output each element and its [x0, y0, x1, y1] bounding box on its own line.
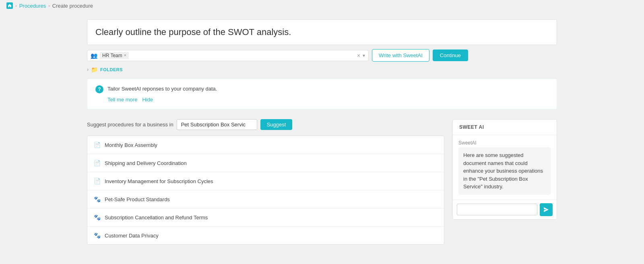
breadcrumb-separator-2: ›: [48, 3, 50, 8]
tag-chip-hr-team: HR Team ×: [100, 52, 129, 59]
suggest-label: Suggest procedures for a business in: [87, 122, 173, 128]
send-button[interactable]: [540, 203, 553, 216]
breadcrumb-separator-1: ›: [15, 3, 17, 8]
paw-icon: 🐾: [94, 232, 101, 239]
doc-icon: 📄: [94, 142, 101, 148]
paw-icon: 🐾: [94, 196, 101, 202]
breadcrumb-procedures-link[interactable]: Procedures: [19, 3, 46, 9]
write-ai-button[interactable]: Write with SweetAI: [372, 49, 429, 62]
doc-icon: 📄: [94, 178, 101, 184]
home-icon[interactable]: [6, 2, 13, 9]
sweet-ai-panel: SWEET AI SweetAI Here are some suggested…: [452, 119, 557, 220]
folders-row[interactable]: › 📁 FOLDERS: [87, 66, 557, 73]
folders-label: FOLDERS: [100, 67, 123, 72]
left-column: Suggest procedures for a business in Sug…: [87, 119, 444, 245]
procedure-item-text: Inventory Management for Subscription Cy…: [105, 178, 213, 184]
hide-link[interactable]: Hide: [142, 97, 153, 103]
sweet-ai-bubble: Here are some suggested document names t…: [458, 147, 551, 195]
table-row[interactable]: 📄 Shipping and Delivery Coordination: [87, 154, 444, 172]
paw-icon: 🐾: [94, 214, 101, 221]
sweet-ai-sender: SweetAI: [458, 140, 551, 146]
sweet-ai-message-area: SweetAI Here are some suggested document…: [453, 135, 557, 200]
table-row[interactable]: 📄 Monthly Box Assembly: [87, 136, 444, 154]
breadcrumb-current-page: Create procedure: [52, 3, 93, 9]
info-links: Tell me more Hide: [95, 97, 549, 103]
content-columns: Suggest procedures for a business in Sug…: [87, 119, 557, 245]
doc-icon: 📄: [94, 160, 101, 166]
breadcrumb: › Procedures › Create procedure: [0, 0, 644, 11]
procedure-item-text: Shipping and Delivery Coordination: [105, 160, 187, 166]
sweet-ai-body: SweetAI Here are some suggested document…: [453, 135, 557, 219]
tag-chip-label: HR Team: [102, 53, 122, 58]
table-row[interactable]: 🐾 Customer Data Privacy: [87, 227, 444, 244]
main-container: 👥 HR Team × × ▾ Write with SweetAI Conti…: [80, 19, 564, 245]
sweet-ai-input-row: [453, 200, 557, 219]
procedure-item-text: Customer Data Privacy: [105, 233, 159, 239]
tag-caret-icon[interactable]: ▾: [363, 53, 365, 58]
group-icon: 👥: [91, 52, 97, 59]
table-row[interactable]: 🐾 Pet-Safe Product Standards: [87, 190, 444, 208]
tag-chip-close[interactable]: ×: [124, 53, 126, 58]
continue-button[interactable]: Continue: [433, 50, 468, 61]
suggest-row: Suggest procedures for a business in Sug…: [87, 119, 444, 130]
title-input[interactable]: [87, 20, 557, 45]
procedure-list: 📄 Monthly Box Assembly 📄 Shipping and De…: [87, 136, 444, 245]
tell-more-link[interactable]: Tell me more: [107, 97, 137, 103]
info-icon: ?: [95, 85, 103, 93]
procedure-item-text: Monthly Box Assembly: [105, 142, 157, 148]
tag-clear-icon[interactable]: ×: [357, 52, 360, 59]
sweet-ai-chat-input[interactable]: [457, 204, 537, 215]
folder-icon: 📁: [91, 66, 98, 73]
sweet-ai-header: SWEET AI: [453, 120, 557, 135]
tag-input-wrap[interactable]: 👥 HR Team × × ▾: [87, 50, 369, 61]
procedure-item-text: Pet-Safe Product Standards: [105, 196, 170, 202]
title-input-wrapper: [87, 19, 557, 45]
info-banner: ? Tailor SweetAI reponses to your compan…: [87, 78, 557, 109]
folders-chevron-icon: ›: [87, 67, 89, 72]
info-banner-text: Tailor SweetAI reponses to your company …: [107, 85, 217, 93]
table-row[interactable]: 🐾 Subscription Cancellation and Refund T…: [87, 208, 444, 227]
tag-row: 👥 HR Team × × ▾ Write with SweetAI Conti…: [87, 49, 557, 62]
table-row[interactable]: 📄 Inventory Management for Subscription …: [87, 172, 444, 190]
info-banner-top: ? Tailor SweetAI reponses to your compan…: [95, 85, 549, 93]
procedure-item-text: Subscription Cancellation and Refund Ter…: [105, 214, 208, 221]
suggest-button[interactable]: Suggest: [260, 119, 293, 130]
suggest-input[interactable]: [177, 119, 257, 130]
